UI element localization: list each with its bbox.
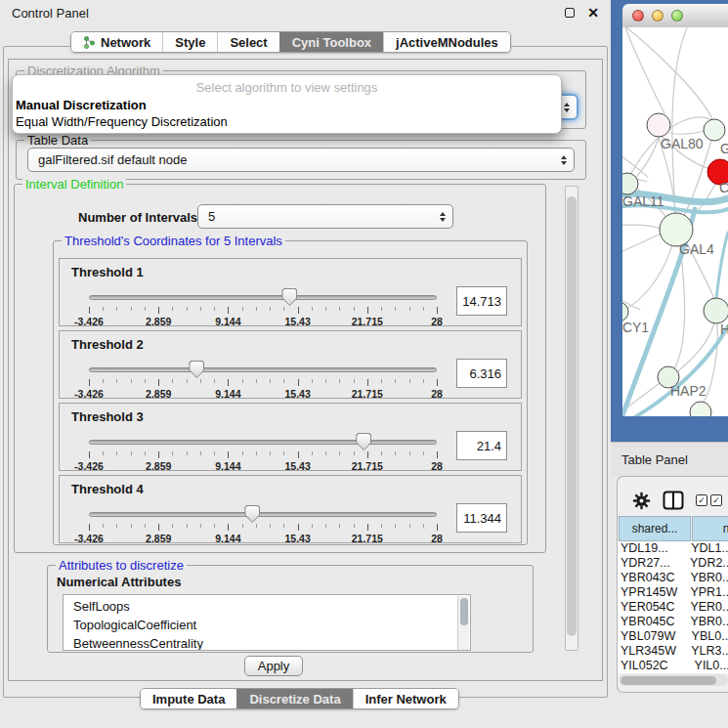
scrollbar-thumb[interactable] [621,676,716,685]
gear-icon[interactable] [632,492,651,513]
column-header-shared-name[interactable]: shared... [619,516,691,541]
slider-tick-label: 2.859 [146,533,171,544]
network-canvas-svg: GAL80GACGAL11GAL4GCY1HHAP2 [622,27,728,416]
network-node[interactable] [690,402,711,416]
tab-discretize-data[interactable]: Discretize Data [236,689,352,708]
column-header-name[interactable]: n... [692,516,728,541]
tab-cyni-toolbox[interactable]: Cyni Toolbox [279,32,383,52]
slider-thumb[interactable] [356,433,371,450]
slider-tick [283,379,284,383]
network-edge[interactable] [622,234,661,256]
threshold-label: Threshold 1 [71,265,144,279]
algorithm-option-equal-width-frequency-discretization[interactable]: Equal Width/Frequency Discretization [13,113,561,130]
checkbox-icon[interactable]: ✓ [710,494,722,506]
table-row[interactable]: YIL052CYIL0... [618,659,728,673]
network-node-ga[interactable] [704,119,725,141]
network-node-h[interactable] [704,298,728,323]
table-row[interactable]: YBR045CYBR0... [618,615,728,629]
threshold-value-field[interactable]: 6.316 [456,359,507,388]
network-node-gcy1[interactable] [622,302,628,321]
zoom-traffic-light-icon[interactable] [671,10,683,21]
number-of-intervals-dropdown[interactable]: 5 [197,204,453,229]
cell-shared-name: YDR27... [618,556,684,571]
slider-tick [409,451,410,455]
slider-tick [312,451,313,455]
network-edge-thick[interactable] [716,233,728,298]
network-edge[interactable] [669,131,705,134]
attributes-list-scrollbar[interactable] [457,596,469,651]
table-row[interactable]: YER054CYER0... [618,600,728,615]
slider-tick [270,451,271,455]
table-row[interactable]: YLR345WYLR3... [618,644,728,659]
minimize-traffic-light-icon[interactable] [652,10,664,21]
slider-tick [283,451,284,455]
slider-tick [256,524,257,528]
slider-track[interactable] [89,512,437,517]
slider-tick [298,451,299,458]
apply-button[interactable]: Apply [244,656,303,676]
table-horizontal-scrollbar[interactable] [619,674,728,686]
threshold-row-2: Threshold 2-3.4262.8599.14415.4321.71528… [59,330,522,399]
table-panel-title: Table Panel [621,452,688,467]
slider-tick [158,379,159,386]
tab-style[interactable]: Style [162,32,217,52]
slider-tick-label: -3.426 [74,316,104,327]
table-row[interactable]: YBL079WYBL0... [618,629,728,644]
network-window-titlebar[interactable] [622,4,728,27]
slider-tick-label: -3.426 [74,460,104,472]
slider-tick [312,379,313,383]
attribute-item-selfloops[interactable]: SelfLoops [64,597,470,616]
slider-thumb[interactable] [189,361,204,378]
table-row[interactable]: YDR27...YDR2... [618,556,728,571]
cell-shared-name: YDL19... [618,541,685,556]
algorithm-option-manual-discretization[interactable]: Manual Discretization [13,97,561,113]
split-columns-icon[interactable] [663,491,684,513]
threshold-slider[interactable]: -3.4262.8599.14415.4321.71528 [89,363,437,398]
network-canvas[interactable]: GAL80GACGAL11GAL4GCY1HHAP2 [622,27,728,416]
checkbox-icon[interactable]: ✓ [696,494,707,506]
panel-vertical-scrollbar[interactable] [565,186,578,651]
slider-thumb[interactable] [281,288,297,306]
float-window-icon[interactable] [565,8,575,18]
network-edge[interactable] [633,138,659,180]
tab-select[interactable]: Select [217,32,278,52]
close-traffic-light-icon[interactable] [632,10,644,21]
network-edge[interactable] [622,225,661,229]
network-edge[interactable] [625,27,664,113]
network-edge[interactable] [626,27,712,119]
network-node-gal80[interactable] [647,113,670,137]
threshold-value-field[interactable]: 11.344 [456,503,507,533]
slider-tick-label: 21.715 [352,388,383,400]
close-icon[interactable]: ✕ [587,8,599,18]
slider-tick [214,451,215,455]
slider-track[interactable] [89,367,437,372]
scrollbar-thumb[interactable] [567,196,577,636]
slider-track[interactable] [89,295,437,300]
slider-tick [103,524,104,528]
threshold-value-field[interactable]: 14.713 [456,286,507,316]
tab-network[interactable]: Network [71,32,162,52]
table-row[interactable]: YPR145WYPR1... [618,585,728,600]
slider-tick [172,379,173,383]
slider-tick [214,524,215,528]
slider-thumb[interactable] [244,505,260,523]
slider-tick [242,451,243,455]
threshold-slider[interactable]: -3.4262.8599.14415.4321.71528 [89,290,437,325]
table-data-dropdown[interactable]: galFiltered.sif default node [27,148,575,172]
table-row[interactable]: YBR043CYBR0... [618,571,728,585]
tab-infer-network[interactable]: Infer Network [353,689,458,708]
slider-track[interactable] [89,440,437,445]
attribute-item-topologicalcoefficient[interactable]: TopologicalCoefficient [64,616,470,634]
number-of-intervals-value: 5 [208,209,215,224]
slider-tick [367,379,368,386]
attribute-item-betweennesscentrality[interactable]: BetweennessCentrality [64,634,470,651]
threshold-value-field[interactable]: 21.4 [456,431,507,460]
algorithm-popup-options: Manual DiscretizationEqual Width/Frequen… [13,97,561,130]
slider-tick [381,307,382,311]
tab-jactivemnodules[interactable]: jActiveMNodules [383,32,510,52]
threshold-slider[interactable]: -3.4262.8599.14415.4321.71528 [89,507,437,542]
threshold-slider[interactable]: -3.4262.8599.14415.4321.71528 [89,435,437,470]
tab-impute-data[interactable]: Impute Data [141,689,236,708]
slider-tick [256,451,257,455]
table-row[interactable]: YDL19...YDL1... [618,541,728,556]
